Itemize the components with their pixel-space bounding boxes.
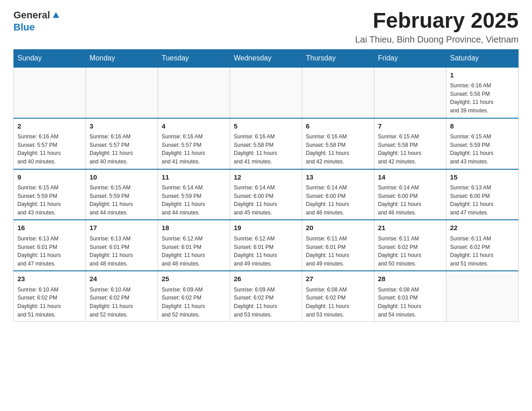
day-number: 23 [17, 274, 82, 284]
calendar-cell: 15Sunrise: 6:13 AM Sunset: 6:00 PM Dayli… [446, 169, 519, 220]
day-number: 26 [234, 274, 298, 284]
title-area: February 2025 Lai Thieu, Binh Duong Prov… [355, 9, 519, 45]
day-number: 24 [90, 274, 154, 284]
day-info: Sunrise: 6:15 AM Sunset: 5:59 PM Dayligh… [90, 184, 154, 217]
column-header-friday: Friday [374, 49, 446, 67]
month-title: February 2025 [355, 9, 519, 33]
day-info: Sunrise: 6:11 AM Sunset: 6:02 PM Dayligh… [450, 235, 515, 268]
day-number: 10 [90, 172, 154, 183]
calendar-cell: 20Sunrise: 6:11 AM Sunset: 6:01 PM Dayli… [302, 220, 374, 271]
calendar-cell: 27Sunrise: 6:08 AM Sunset: 6:02 PM Dayli… [302, 271, 374, 321]
column-header-monday: Monday [86, 49, 158, 67]
day-info: Sunrise: 6:13 AM Sunset: 6:00 PM Dayligh… [450, 184, 515, 217]
day-info: Sunrise: 6:10 AM Sunset: 6:02 PM Dayligh… [17, 286, 82, 319]
day-number: 17 [90, 223, 154, 233]
day-info: Sunrise: 6:16 AM Sunset: 5:58 PM Dayligh… [306, 133, 370, 166]
calendar-header-row: SundayMondayTuesdayWednesdayThursdayFrid… [14, 49, 519, 67]
day-info: Sunrise: 6:09 AM Sunset: 6:02 PM Dayligh… [234, 286, 298, 319]
calendar-cell: 16Sunrise: 6:13 AM Sunset: 6:01 PM Dayli… [14, 220, 86, 271]
calendar-cell: 28Sunrise: 6:08 AM Sunset: 6:03 PM Dayli… [374, 271, 446, 321]
day-number: 5 [234, 121, 298, 132]
day-info: Sunrise: 6:16 AM Sunset: 5:58 PM Dayligh… [234, 133, 298, 166]
day-number: 8 [450, 121, 515, 132]
day-info: Sunrise: 6:14 AM Sunset: 5:59 PM Dayligh… [162, 184, 226, 217]
calendar-cell: 25Sunrise: 6:09 AM Sunset: 6:02 PM Dayli… [158, 271, 230, 321]
day-info: Sunrise: 6:12 AM Sunset: 6:01 PM Dayligh… [234, 235, 298, 268]
calendar-cell: 26Sunrise: 6:09 AM Sunset: 6:02 PM Dayli… [230, 271, 302, 321]
calendar-week-row: 23Sunrise: 6:10 AM Sunset: 6:02 PM Dayli… [14, 271, 519, 321]
calendar-cell: 8Sunrise: 6:15 AM Sunset: 5:59 PM Daylig… [446, 118, 519, 169]
calendar-cell [230, 67, 302, 118]
column-header-tuesday: Tuesday [158, 49, 230, 67]
column-header-sunday: Sunday [14, 49, 86, 67]
day-number: 11 [162, 172, 226, 183]
day-number: 28 [378, 274, 442, 284]
calendar-cell: 12Sunrise: 6:14 AM Sunset: 6:00 PM Dayli… [230, 169, 302, 220]
calendar-cell: 10Sunrise: 6:15 AM Sunset: 5:59 PM Dayli… [86, 169, 158, 220]
day-number: 12 [234, 172, 298, 183]
calendar-cell: 2Sunrise: 6:16 AM Sunset: 5:57 PM Daylig… [14, 118, 86, 169]
day-info: Sunrise: 6:09 AM Sunset: 6:02 PM Dayligh… [162, 286, 226, 319]
day-info: Sunrise: 6:16 AM Sunset: 5:57 PM Dayligh… [17, 133, 82, 166]
calendar-cell: 5Sunrise: 6:16 AM Sunset: 5:58 PM Daylig… [230, 118, 302, 169]
column-header-wednesday: Wednesday [230, 49, 302, 67]
calendar-week-row: 1Sunrise: 6:16 AM Sunset: 5:56 PM Daylig… [14, 67, 519, 118]
day-info: Sunrise: 6:15 AM Sunset: 5:59 PM Dayligh… [17, 184, 82, 217]
day-number: 16 [17, 223, 82, 233]
day-number: 19 [234, 223, 298, 233]
day-info: Sunrise: 6:16 AM Sunset: 5:57 PM Dayligh… [162, 133, 226, 166]
day-number: 21 [378, 223, 442, 233]
column-header-thursday: Thursday [302, 49, 374, 67]
day-number: 18 [162, 223, 226, 233]
day-info: Sunrise: 6:14 AM Sunset: 6:00 PM Dayligh… [306, 184, 370, 217]
logo-blue-text: Blue [13, 21, 35, 33]
day-info: Sunrise: 6:16 AM Sunset: 5:56 PM Dayligh… [450, 81, 515, 115]
calendar-cell: 24Sunrise: 6:10 AM Sunset: 6:02 PM Dayli… [86, 271, 158, 321]
calendar-week-row: 16Sunrise: 6:13 AM Sunset: 6:01 PM Dayli… [14, 220, 519, 271]
calendar-cell: 7Sunrise: 6:15 AM Sunset: 5:58 PM Daylig… [374, 118, 446, 169]
day-info: Sunrise: 6:14 AM Sunset: 6:00 PM Dayligh… [234, 184, 298, 217]
calendar-cell [14, 67, 86, 118]
calendar-cell: 22Sunrise: 6:11 AM Sunset: 6:02 PM Dayli… [446, 220, 519, 271]
calendar-cell: 18Sunrise: 6:12 AM Sunset: 6:01 PM Dayli… [158, 220, 230, 271]
calendar-cell: 19Sunrise: 6:12 AM Sunset: 6:01 PM Dayli… [230, 220, 302, 271]
calendar-cell [158, 67, 230, 118]
logo: General Blue [13, 9, 61, 33]
calendar-week-row: 2Sunrise: 6:16 AM Sunset: 5:57 PM Daylig… [14, 118, 519, 169]
day-number: 14 [378, 172, 442, 183]
calendar-cell: 11Sunrise: 6:14 AM Sunset: 5:59 PM Dayli… [158, 169, 230, 220]
column-header-saturday: Saturday [446, 49, 519, 67]
day-number: 13 [306, 172, 370, 183]
calendar-cell: 17Sunrise: 6:13 AM Sunset: 6:01 PM Dayli… [86, 220, 158, 271]
calendar-cell: 23Sunrise: 6:10 AM Sunset: 6:02 PM Dayli… [14, 271, 86, 321]
day-info: Sunrise: 6:11 AM Sunset: 6:01 PM Dayligh… [306, 235, 370, 268]
calendar-cell: 13Sunrise: 6:14 AM Sunset: 6:00 PM Dayli… [302, 169, 374, 220]
location-text: Lai Thieu, Binh Duong Province, Vietnam [355, 34, 519, 45]
calendar-table: SundayMondayTuesdayWednesdayThursdayFrid… [13, 49, 519, 322]
calendar-cell: 4Sunrise: 6:16 AM Sunset: 5:57 PM Daylig… [158, 118, 230, 169]
calendar-cell: 9Sunrise: 6:15 AM Sunset: 5:59 PM Daylig… [14, 169, 86, 220]
day-number: 7 [378, 121, 442, 132]
day-number: 22 [450, 223, 515, 233]
calendar-week-row: 9Sunrise: 6:15 AM Sunset: 5:59 PM Daylig… [14, 169, 519, 220]
calendar-cell [302, 67, 374, 118]
calendar-cell [446, 271, 519, 321]
calendar-cell: 21Sunrise: 6:11 AM Sunset: 6:02 PM Dayli… [374, 220, 446, 271]
day-info: Sunrise: 6:16 AM Sunset: 5:57 PM Dayligh… [90, 133, 154, 166]
calendar-cell: 14Sunrise: 6:14 AM Sunset: 6:00 PM Dayli… [374, 169, 446, 220]
day-info: Sunrise: 6:15 AM Sunset: 5:58 PM Dayligh… [378, 133, 442, 166]
calendar-cell [374, 67, 446, 118]
day-number: 1 [450, 70, 515, 81]
day-number: 15 [450, 172, 515, 183]
day-number: 9 [17, 172, 82, 183]
svg-marker-0 [53, 12, 59, 18]
day-info: Sunrise: 6:10 AM Sunset: 6:02 PM Dayligh… [90, 286, 154, 319]
day-number: 27 [306, 274, 370, 284]
day-number: 25 [162, 274, 226, 284]
day-info: Sunrise: 6:13 AM Sunset: 6:01 PM Dayligh… [90, 235, 154, 268]
day-number: 4 [162, 121, 226, 132]
day-info: Sunrise: 6:08 AM Sunset: 6:03 PM Dayligh… [378, 286, 442, 319]
day-info: Sunrise: 6:13 AM Sunset: 6:01 PM Dayligh… [17, 235, 82, 268]
day-number: 20 [306, 223, 370, 233]
logo-triangle-icon [51, 10, 61, 21]
